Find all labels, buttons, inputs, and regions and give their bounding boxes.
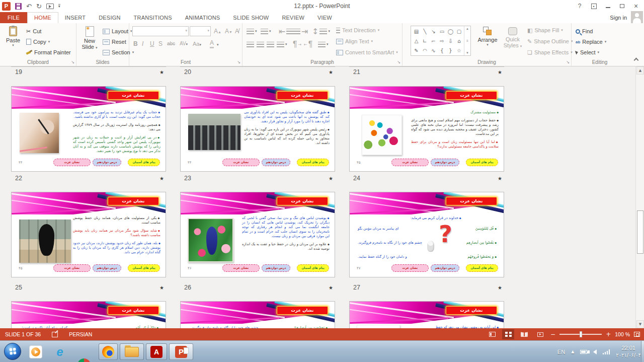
shape-fill-button[interactable]: ◧Shape Fill▾ [527, 25, 563, 35]
align-text-button[interactable]: Align Text▾ [336, 36, 373, 46]
zoom-level[interactable]: 100 % [615, 331, 630, 337]
scroll-up-button[interactable]: ▲ [636, 66, 644, 75]
collapse-ribbon-button[interactable] [634, 58, 639, 63]
zoom-in-button[interactable]: + [606, 331, 611, 338]
animation-star-icon[interactable]: ★ [159, 285, 164, 291]
firefox-taskbar-button[interactable] [99, 343, 118, 360]
animation-star-icon[interactable]: ★ [329, 176, 333, 181]
format-painter-button[interactable]: Format Painter [26, 47, 71, 57]
language-tray-indicator[interactable]: EN [557, 349, 565, 355]
shape-glyph[interactable]: ⌐ [429, 36, 438, 46]
decrease-font-size-button[interactable]: A▼ [225, 27, 232, 36]
network-icon[interactable] [603, 349, 610, 354]
align-left-button[interactable] [247, 40, 254, 49]
justify-button[interactable]: ▾ [277, 40, 287, 49]
underline-button[interactable]: U [150, 39, 154, 48]
help-button[interactable]: ? [573, 0, 587, 12]
close-button[interactable]: × [629, 0, 643, 12]
cut-button[interactable]: ✂Cut [26, 26, 41, 36]
reading-view-button[interactable] [518, 329, 530, 339]
increase-font-size-button[interactable]: A▲ [214, 27, 221, 36]
restore-button[interactable] [615, 0, 629, 12]
slide-thumbnail[interactable]: نشان عزت◆پوشیدن لباس های تنگ و بدن نما، … [180, 192, 335, 277]
shape-glyph[interactable]: ◠ [421, 46, 429, 55]
shape-glyph[interactable]: ⇨ [438, 36, 446, 46]
ribbon-tab-animations[interactable]: ANIMATIONS [179, 12, 227, 23]
slide-thumbnail[interactable]: نشان عزت◆ذلِکَ اَزکی لَهُمکه این برای آن… [11, 301, 166, 328]
quick-styles-button[interactable]: Quick Styles ▾ [501, 26, 524, 48]
file-explorer-taskbar-button[interactable] [120, 343, 144, 360]
minimize-button[interactable] [601, 0, 615, 12]
shape-outline-button[interactable]: ✎Shape Outline▾ [527, 36, 573, 46]
bold-button[interactable]: B [133, 39, 138, 48]
shape-glyph[interactable]: ☆ [455, 46, 463, 55]
volume-icon[interactable] [593, 349, 597, 354]
slide-thumbnail[interactable]: نشان عزت◆خداوند در قرآن کریم می فرماید:◆… [349, 192, 504, 277]
shape-glyph[interactable]: ◯ [446, 27, 455, 36]
replace-button[interactable]: abReplace▾ [576, 37, 606, 47]
shape-glyph[interactable]: ╲ [421, 27, 429, 36]
font-name-combo[interactable] [132, 26, 189, 36]
font-color-caret[interactable]: ▾ [217, 39, 219, 48]
animation-star-icon[interactable]: ★ [498, 69, 502, 75]
zoom-slider[interactable] [559, 334, 602, 335]
bullets-button[interactable]: ▾ [247, 27, 257, 36]
change-case-button[interactable]: Aa▾ [193, 39, 201, 48]
animation-star-icon[interactable]: ★ [329, 285, 333, 291]
fit-to-window-button[interactable] [634, 332, 640, 337]
slide-thumbnail[interactable]: نشان عزت◆یکی از مسئولیت های مردان، همانن… [11, 192, 166, 277]
align-center-button[interactable] [257, 40, 264, 49]
battery-icon[interactable] [580, 350, 587, 354]
shape-glyph[interactable]: ▤ [412, 27, 421, 36]
decrease-indent-button[interactable]: ⇤ [279, 27, 294, 36]
text-shadow-button[interactable]: S [158, 39, 163, 48]
clock[interactable]: 22:01 ۲۰۲۱/۰۶/۰۴ [616, 344, 641, 358]
select-button[interactable]: Select▾ [576, 47, 599, 57]
ribbon-tab-slide-show[interactable]: SLIDE SHOW [226, 12, 275, 23]
slide-thumbnail[interactable]: نشان عزت◆طبق گفته های سخنگویان، پلیس به … [180, 86, 335, 172]
arrange-button[interactable]: Arrange▾ [475, 26, 500, 47]
shapes-gallery[interactable]: ▤╲↘▭◯▢△∟⌐⇨⇩⌂✎◠∿{}☆ ▲≡▼ [411, 26, 471, 56]
scrollbar-thumb[interactable] [637, 210, 643, 254]
reset-button[interactable]: Reset [103, 37, 126, 47]
ribbon-display-options-button[interactable]: ▴ [587, 0, 601, 12]
internet-explorer-taskbar-icon[interactable]: e [53, 345, 66, 358]
increase-indent-button[interactable]: ⇥ [293, 27, 308, 36]
animation-star-icon[interactable]: ★ [329, 69, 333, 75]
vertical-scrollbar[interactable]: ▲ ▼ [635, 66, 644, 328]
shape-glyph[interactable]: } [446, 46, 455, 55]
animation-star-icon[interactable]: ★ [159, 176, 164, 181]
columns-button[interactable]: ▾ [318, 40, 329, 49]
slide-thumbnail[interactable]: نشان عزت◆این آیات به روشنی نشان می دهد ک… [349, 301, 504, 328]
ribbon-tab-review[interactable]: REVIEW [275, 12, 311, 23]
align-right-button[interactable] [267, 40, 274, 49]
convert-to-smartart-button[interactable]: Convert to SmartArt▾ [336, 47, 398, 57]
language-indicator[interactable]: PERSIAN [69, 331, 92, 337]
slide-sorter-view[interactable]: ▲ ▼ 19★20★21★22★23★24★25★26★27★نشان عزت◆… [0, 66, 644, 328]
paste-button[interactable]: Paste▾ [2, 25, 24, 47]
slide-show-button[interactable] [534, 329, 546, 339]
ribbon-tab-transitions[interactable]: TRANSITIONS [127, 12, 179, 23]
layout-button[interactable]: Layout▾ [103, 26, 132, 36]
ribbon-tab-home[interactable]: HOME [27, 12, 58, 23]
powerpoint-taskbar-button[interactable]: P [169, 343, 193, 360]
chrome-taskbar-icon[interactable] [77, 358, 91, 362]
ribbon-tab-file[interactable]: FILE [0, 12, 27, 23]
slide-thumbnail[interactable]: نشان عزت◆حجاب یک پیام غیرقابل تردید به پ… [11, 86, 166, 172]
font-color-button[interactable]: A [210, 39, 214, 48]
animation-star-icon[interactable]: ★ [498, 176, 502, 181]
ltr-direction-button[interactable]: ¶→ [293, 40, 301, 49]
copy-button[interactable]: Copy▾ [26, 37, 50, 47]
drawing-dialog-launcher[interactable]: ↘ [566, 60, 570, 64]
slide-thumbnail[interactable]: نشان عزت◆یَغضُضنَ مِن اَبصارِهِنَّچشم ها… [180, 301, 335, 328]
animation-star-icon[interactable]: ★ [159, 69, 164, 75]
ribbon-tab-design[interactable]: DESIGN [92, 12, 127, 23]
shape-glyph[interactable]: ▭ [438, 27, 446, 36]
numbering-button[interactable]: ▾ [261, 27, 271, 36]
shape-glyph[interactable]: ⌂ [455, 36, 463, 46]
scroll-down-button[interactable]: ▼ [636, 320, 644, 328]
line-spacing-button[interactable]: ↕▾ [312, 27, 330, 36]
character-spacing-button[interactable]: AV▾ [180, 39, 188, 48]
show-desktop-button[interactable] [641, 341, 644, 362]
shape-effects-button[interactable]: ❏Shape Effects▾ [527, 47, 573, 57]
